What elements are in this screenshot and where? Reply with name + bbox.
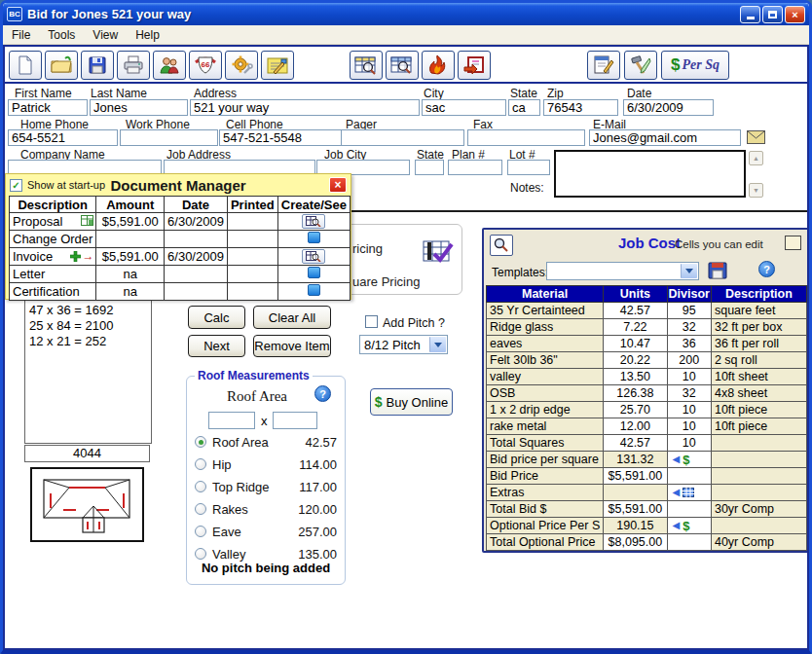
job-cost-search-button[interactable]	[490, 235, 513, 256]
state-input[interactable]	[508, 99, 540, 116]
route-66-icon: 66	[194, 54, 217, 76]
new-document-icon	[15, 54, 36, 76]
create-letter-button[interactable]	[308, 267, 320, 278]
job-cost-help-icon[interactable]: ?	[758, 261, 775, 277]
dollar-icon: $	[683, 519, 689, 533]
chevron-down-icon[interactable]	[429, 337, 446, 352]
settings-button[interactable]	[225, 51, 258, 80]
save-template-button[interactable]	[706, 261, 729, 280]
home-phone-input[interactable]	[8, 129, 118, 146]
buy-online-button[interactable]: $ Buy Online	[370, 388, 453, 416]
email-input[interactable]	[589, 129, 741, 146]
set-bid-price-button[interactable]: ◀$	[671, 453, 708, 467]
fax-input[interactable]	[467, 129, 585, 146]
roof-measurements-title: Roof Measurements	[195, 369, 313, 382]
top-ridge-value: 117.00	[286, 480, 337, 494]
job-state-input[interactable]	[415, 160, 444, 175]
exit-report-button[interactable]	[458, 51, 491, 80]
chevron-down-icon[interactable]	[681, 264, 697, 278]
form-edit-icon	[592, 54, 615, 76]
close-button[interactable]: ×	[785, 6, 805, 23]
tools-edit-button[interactable]	[624, 51, 657, 80]
width-input[interactable]	[273, 412, 317, 429]
set-optional-price-button[interactable]: ◀$	[671, 519, 708, 533]
radio-selected-icon[interactable]	[195, 436, 206, 448]
table-row: Letter na	[10, 266, 351, 283]
first-name-input[interactable]	[8, 99, 88, 116]
contacts-icon	[158, 54, 181, 76]
date-input[interactable]	[623, 99, 714, 116]
create-certification-button[interactable]	[308, 284, 320, 296]
print-button[interactable]	[117, 51, 150, 80]
calc-button[interactable]: Calc	[188, 306, 245, 329]
radio-icon[interactable]	[195, 458, 206, 470]
pricing-option-fragment[interactable]: ricing	[352, 241, 383, 256]
add-pitch-checkbox[interactable]	[365, 315, 378, 328]
save-button[interactable]	[81, 51, 114, 80]
menu-file[interactable]: File	[3, 25, 39, 45]
remove-item-button[interactable]: Remove Item	[253, 335, 331, 357]
eave-option[interactable]: Eave 257.00	[195, 523, 337, 540]
pitch-dropdown[interactable]: 8/12 Pitch	[359, 335, 448, 354]
cell-phone-input[interactable]	[219, 129, 342, 146]
roof-area-option[interactable]: Roof Area 42.57	[195, 433, 337, 451]
contacts-button[interactable]	[153, 51, 186, 80]
extras-calculator-button[interactable]: ◀	[671, 488, 708, 497]
new-document-button[interactable]	[9, 51, 42, 80]
proposal-edit-button[interactable]	[587, 51, 620, 80]
view-invoice-button[interactable]	[302, 249, 325, 264]
list-item[interactable]: 47 x 36 = 1692	[29, 303, 151, 318]
city-input[interactable]	[422, 99, 506, 116]
arrow-left-icon: ◀	[673, 454, 681, 464]
menu-help[interactable]: Help	[127, 25, 168, 45]
list-item[interactable]: 12 x 21 = 252	[29, 334, 151, 349]
radio-icon[interactable]	[195, 503, 206, 515]
menu-tools[interactable]: Tools	[39, 25, 84, 45]
arrow-left-icon: ◀	[673, 521, 681, 530]
notes-scroll-up-button[interactable]: ▲	[749, 151, 763, 165]
top-ridge-option[interactable]: Top Ridge 117.00	[195, 478, 337, 495]
printer-icon	[122, 54, 145, 76]
notes-edit-button[interactable]	[261, 51, 294, 80]
next-button[interactable]: Next	[188, 335, 245, 357]
document-manager-close-button[interactable]: ×	[329, 177, 347, 193]
radio-icon[interactable]	[195, 526, 206, 537]
envelope-icon[interactable]	[747, 130, 765, 148]
templates-dropdown[interactable]	[546, 262, 699, 280]
dimension-list[interactable]: 47 x 36 = 1692 25 x 84 = 2100 12 x 21 = …	[24, 300, 152, 444]
estimate-search-blue-button[interactable]	[386, 51, 419, 80]
work-phone-input[interactable]	[120, 129, 218, 146]
hip-option[interactable]: Hip 114.00	[195, 455, 337, 473]
maximize-button[interactable]	[762, 6, 783, 23]
plan-input[interactable]	[448, 160, 502, 175]
length-input[interactable]	[208, 412, 255, 429]
create-change-order-button[interactable]	[308, 232, 320, 243]
zip-input[interactable]	[543, 99, 618, 116]
address-input[interactable]	[190, 99, 420, 116]
table-row: 35 Yr Certainteed42.5795square feet	[487, 303, 807, 319]
notes-scroll-down-button[interactable]: ▼	[749, 183, 763, 198]
estimate-search-yellow-button[interactable]	[350, 51, 383, 80]
roof-help-icon[interactable]: ?	[314, 385, 331, 402]
last-name-input[interactable]	[90, 99, 188, 116]
clear-all-button[interactable]: Clear All	[253, 306, 331, 329]
minimize-button[interactable]	[740, 6, 760, 23]
square-pricing-option-fragment[interactable]: uare Pricing	[352, 274, 420, 289]
table-check-icon[interactable]	[423, 238, 456, 270]
calculator-grid-icon	[683, 488, 694, 497]
route-66-button[interactable]: 66	[189, 51, 222, 80]
view-proposal-button[interactable]	[302, 214, 325, 229]
price-per-square-button[interactable]: $ Per Sq	[661, 51, 729, 80]
rakes-option[interactable]: Rakes 120.00	[195, 500, 337, 518]
radio-icon[interactable]	[195, 548, 206, 560]
table-row: Total Squares42.5710	[487, 435, 807, 452]
radio-icon[interactable]	[195, 481, 206, 492]
lot-input[interactable]	[507, 160, 550, 175]
pager-input[interactable]	[341, 129, 464, 146]
notes-textarea[interactable]	[554, 150, 746, 198]
proposal-grid-icon	[81, 215, 93, 226]
menu-view[interactable]: View	[84, 25, 127, 45]
hot-sheet-button[interactable]	[422, 51, 455, 80]
list-item[interactable]: 25 x 84 = 2100	[29, 318, 151, 334]
open-folder-button[interactable]	[45, 51, 78, 80]
